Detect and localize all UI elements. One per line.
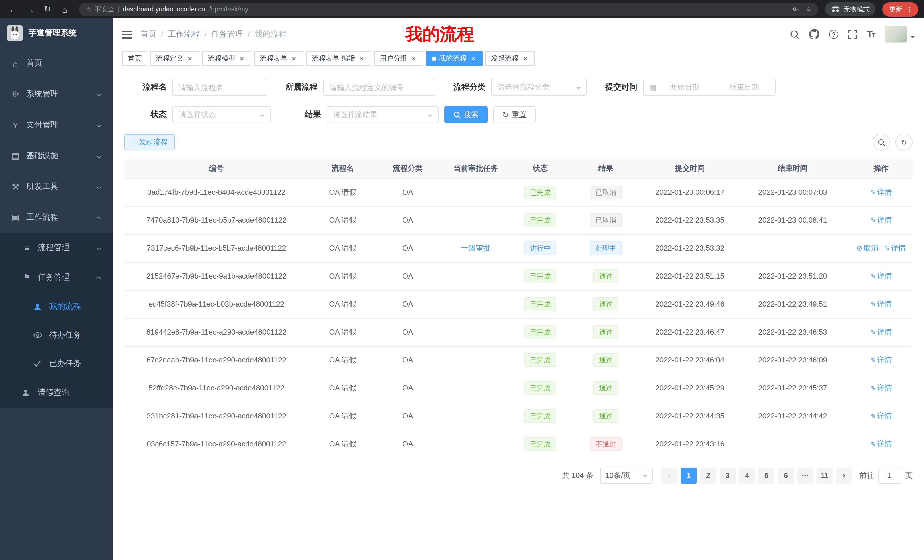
tab-my-process[interactable]: 我的流程 ×: [426, 51, 483, 66]
page-button-4[interactable]: 4: [739, 467, 755, 483]
page-button-3[interactable]: 3: [720, 467, 735, 483]
page-button-5[interactable]: 5: [758, 467, 774, 483]
close-icon[interactable]: ×: [186, 55, 194, 62]
tab-process-form[interactable]: 流程表单 ×: [254, 51, 303, 66]
cancel-link[interactable]: ⊘取消: [856, 244, 878, 252]
tab-process-definition[interactable]: 流程定义 ×: [150, 51, 199, 66]
task-link[interactable]: 一级审批: [461, 244, 490, 252]
close-icon[interactable]: ×: [410, 55, 417, 62]
detail-link[interactable]: ✎详情: [870, 187, 892, 196]
page-button-11[interactable]: 11: [817, 467, 832, 483]
font-size-icon[interactable]: TT: [867, 29, 875, 39]
sidebar-item-my-process[interactable]: 我的流程: [0, 292, 113, 321]
search-button[interactable]: 搜索: [444, 106, 488, 123]
sidebar-item-done-tasks[interactable]: 已办任务: [0, 349, 113, 378]
more-pages-button[interactable]: ···: [797, 467, 813, 483]
sidebar-item-task-mgmt[interactable]: ⚑ 任务管理: [0, 263, 113, 292]
main-area: 首页 / 工作流程 / 任务管理 / 我的流程 ? TT: [113, 18, 924, 560]
page-size-select[interactable]: 10条/页: [600, 467, 653, 483]
tab-start-process[interactable]: 发起流程 ×: [485, 51, 534, 66]
sidebar-item-devtools[interactable]: ⚒ 研发工具: [0, 171, 113, 202]
sidebar-item-leave-query[interactable]: 请假查询: [0, 378, 113, 407]
edit-icon: ✎: [870, 188, 876, 196]
tab-home[interactable]: 首页: [122, 51, 147, 66]
process-id-input[interactable]: [323, 79, 435, 96]
forward-icon[interactable]: →: [23, 2, 38, 16]
result-badge: 通过: [593, 381, 618, 395]
edit-icon: ✎: [870, 300, 876, 308]
prev-page-button[interactable]: ‹: [661, 467, 677, 483]
detail-link[interactable]: ✎详情: [870, 411, 892, 420]
breadcrumb-home[interactable]: 首页: [141, 29, 156, 39]
avatar[interactable]: [885, 26, 908, 43]
tab-user-group[interactable]: 用户分组 ×: [374, 51, 423, 66]
goto-page-input[interactable]: [878, 467, 901, 483]
fullscreen-icon[interactable]: [848, 30, 857, 39]
tools-icon: ⚒: [10, 181, 21, 192]
sidebar-item-workflow[interactable]: ▣ 工作流程: [0, 202, 113, 233]
tab-process-model[interactable]: 流程模型 ×: [202, 51, 251, 66]
detail-link[interactable]: ✎详情: [870, 327, 892, 336]
breadcrumb-task-mgmt[interactable]: 任务管理: [211, 29, 243, 39]
col-end-time: 结束时间: [735, 159, 850, 178]
result-badge: 通过: [593, 269, 618, 283]
status-select[interactable]: 请选择状态: [172, 106, 271, 123]
toggle-search-button[interactable]: [873, 133, 890, 151]
detail-link[interactable]: ✎详情: [884, 244, 906, 252]
col-submit-time: 提交时间: [644, 159, 735, 178]
reload-icon[interactable]: ↻: [40, 2, 55, 16]
close-icon[interactable]: ×: [238, 55, 246, 62]
star-icon[interactable]: ☆: [806, 5, 812, 13]
search-icon[interactable]: [790, 29, 800, 39]
close-icon[interactable]: ×: [358, 55, 366, 62]
breadcrumb-workflow[interactable]: 工作流程: [168, 29, 200, 39]
update-button[interactable]: 更新 ⋮: [882, 2, 918, 16]
back-icon[interactable]: ←: [6, 2, 21, 16]
sidebar-item-infra[interactable]: ▤ 基础设施: [0, 141, 113, 171]
next-page-button[interactable]: ›: [836, 467, 852, 483]
chevron-down-icon: [96, 154, 101, 159]
github-icon[interactable]: [809, 29, 819, 39]
detail-link[interactable]: ✎详情: [870, 216, 892, 224]
page-button-6[interactable]: 6: [778, 467, 794, 483]
sidebar-item-process-mgmt[interactable]: ≡ 流程管理: [0, 233, 113, 263]
page-button-1[interactable]: 1: [681, 467, 697, 483]
sidebar-item-todo-tasks[interactable]: 待办任务: [0, 321, 113, 349]
address-bar[interactable]: ⚠ 不安全 dashboard.yudao.iocoder.cn /bpm/ta…: [79, 3, 818, 16]
reset-button[interactable]: ↻ 重置: [494, 106, 536, 123]
incognito-label: 无痕模式: [843, 5, 870, 13]
start-process-button[interactable]: + 发起流程: [124, 134, 175, 150]
detail-link[interactable]: ✎详情: [870, 383, 892, 392]
chevron-down-icon: [96, 246, 101, 250]
sidebar-item-home[interactable]: ⌂ 首页: [0, 48, 113, 79]
close-icon[interactable]: ×: [470, 55, 477, 62]
process-name-input[interactable]: [172, 79, 267, 96]
plus-icon: +: [132, 138, 136, 146]
chevron-down-icon: [96, 184, 101, 189]
browser-menu-icon[interactable]: ⋮: [906, 5, 913, 13]
date-range-picker[interactable]: ▦ 开始日期 - 结束日期: [643, 79, 776, 96]
category-select[interactable]: 请选择流程分类: [491, 79, 587, 96]
tab-process-form-edit[interactable]: 流程表单-编辑 ×: [306, 51, 371, 66]
sidebar-item-system[interactable]: ⚙ 系统管理: [0, 79, 113, 109]
flag-icon: ⚑: [22, 272, 32, 283]
detail-link[interactable]: ✎详情: [870, 355, 892, 364]
help-icon[interactable]: ?: [829, 30, 838, 39]
result-select[interactable]: 请选择流结果: [327, 106, 439, 123]
page-button-2[interactable]: 2: [700, 467, 716, 483]
sidebar-collapse-icon[interactable]: [122, 30, 132, 39]
eye-icon: [33, 332, 44, 338]
detail-link[interactable]: ✎详情: [870, 439, 892, 448]
home-icon[interactable]: ⌂: [57, 2, 72, 16]
detail-link[interactable]: ✎详情: [870, 271, 892, 280]
close-icon[interactable]: ×: [521, 55, 529, 62]
key-icon[interactable]: [792, 5, 800, 13]
total-count: 共 104 条: [562, 470, 593, 481]
close-icon[interactable]: ×: [290, 55, 297, 62]
table-row: 7317cec6-7b9b-11ec-b5b7-acde48001122 OA …: [124, 234, 913, 262]
col-category: 流程分类: [377, 159, 439, 178]
refresh-table-button[interactable]: ↻: [896, 133, 913, 151]
detail-link[interactable]: ✎详情: [870, 299, 892, 308]
user-menu[interactable]: [885, 26, 915, 43]
sidebar-item-payment[interactable]: ¥ 支付管理: [0, 109, 113, 141]
